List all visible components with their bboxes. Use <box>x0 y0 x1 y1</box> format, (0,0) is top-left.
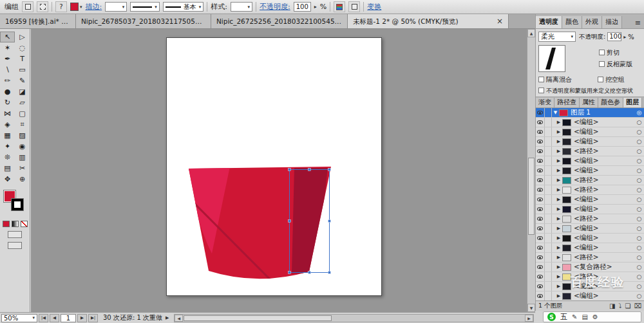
document-tab[interactable]: Nipic_26725256_20180322100545029030.ai* … <box>211 14 348 28</box>
lock-toggle[interactable] <box>545 118 552 127</box>
layer-label[interactable]: <路径> <box>571 253 634 262</box>
horizontal-scroll-thumb[interactable] <box>184 315 332 321</box>
expand-arrow-icon[interactable]: ▶ <box>555 245 562 250</box>
ime-keyboard-icon[interactable]: ▤ <box>582 313 587 320</box>
scroll-left-icon[interactable]: ◀ <box>175 315 183 322</box>
tab-attributes[interactable]: 属性 <box>580 98 598 107</box>
expand-arrow-icon[interactable]: ▶ <box>555 168 562 173</box>
visibility-toggle[interactable] <box>536 166 545 175</box>
layer-row[interactable]: ▶ <编组> ○ <box>536 234 644 243</box>
scroll-up-icon[interactable]: ▲ <box>527 29 535 37</box>
draw-normal-button[interactable] <box>8 231 22 238</box>
target-circle-icon[interactable]: ○ <box>634 177 644 183</box>
expand-arrow-icon[interactable]: ▶ <box>555 197 562 202</box>
target-circle-icon[interactable]: ○ <box>634 138 644 145</box>
layer-row[interactable]: ▶ <编组> ○ <box>536 243 644 253</box>
layer-row[interactable]: ▶ <复合路径> ○ <box>536 263 644 272</box>
stroke-color-well[interactable] <box>12 199 23 210</box>
visibility-toggle[interactable] <box>536 108 545 117</box>
target-circle-icon[interactable]: ○ <box>634 158 644 164</box>
visibility-toggle[interactable] <box>536 234 545 243</box>
layer-row[interactable]: ▶ <路径> ○ <box>536 147 644 156</box>
lock-toggle[interactable] <box>545 127 552 136</box>
layer-row[interactable]: ▶ <编组> ○ <box>536 205 644 214</box>
pencil-tool[interactable]: ✎ <box>15 75 30 86</box>
panel-menu-icon[interactable]: ≡ <box>635 19 644 28</box>
layer-label[interactable]: <路径> <box>571 147 634 156</box>
layer-row[interactable]: ▶ <编组> ○ <box>536 291 644 300</box>
layer-row[interactable]: ▶ <路径> ○ <box>536 176 644 185</box>
layer-label[interactable]: <路径> <box>571 185 634 194</box>
visibility-toggle[interactable] <box>536 263 545 272</box>
horizontal-scrollbar[interactable]: ◀ ▶ <box>174 314 534 322</box>
expand-arrow-icon[interactable]: ▶ <box>555 149 562 154</box>
expand-arrow-icon[interactable]: ▶ <box>555 129 562 134</box>
layer-label[interactable]: <路径> <box>571 214 634 223</box>
target-circle-icon[interactable]: ○ <box>634 293 644 299</box>
pen-tool[interactable]: ✒ <box>0 53 15 64</box>
selection-tool[interactable]: ↖ <box>0 32 15 42</box>
ime-logo-icon[interactable]: S <box>547 313 556 321</box>
lock-toggle[interactable] <box>545 137 552 146</box>
layer-row[interactable]: ▶ <编组> ○ <box>536 156 644 166</box>
stroke-weight-select[interactable]: ▾ <box>105 2 127 12</box>
mesh-tool[interactable]: ▦ <box>0 130 15 141</box>
recolor-artwork-icon[interactable] <box>334 1 345 12</box>
layer-label[interactable]: <路径> <box>571 272 634 281</box>
next-artboard-button[interactable]: ▶ <box>77 314 87 322</box>
visibility-toggle[interactable] <box>536 272 545 281</box>
slice-tool[interactable]: ✂ <box>15 163 30 174</box>
layer-label[interactable]: <编组> <box>571 156 634 165</box>
visibility-toggle[interactable] <box>536 176 545 185</box>
canvas[interactable] <box>31 29 527 312</box>
eyedropper-tool[interactable]: ✦ <box>0 141 15 152</box>
tab-appearance[interactable]: 外观 <box>582 16 602 28</box>
lock-toggle[interactable] <box>545 282 552 291</box>
fill-color-swatch[interactable]: ▾ <box>70 3 82 11</box>
layer-row[interactable]: ▶ <路径> ○ <box>536 253 644 263</box>
status-flyout-icon[interactable]: ▶ <box>166 315 169 320</box>
lock-toggle[interactable] <box>545 185 552 194</box>
document-tab[interactable]: Nipic_26785037_20180321175057703037.ai* … <box>76 14 211 28</box>
layer-row[interactable]: ▶ <编组> ○ <box>536 118 644 127</box>
line-segment-tool[interactable]: ∖ <box>0 64 15 75</box>
expand-arrow-icon[interactable]: ▶ <box>555 255 562 260</box>
scroll-right-icon[interactable]: ▶ <box>525 315 533 322</box>
scroll-down-icon[interactable]: ▼ <box>527 304 535 312</box>
opacity-stepper-icon[interactable]: ▸ <box>314 4 317 10</box>
layer-label[interactable]: <编组> <box>571 282 634 291</box>
opacity-stepper-icon[interactable]: ▸ <box>623 34 626 40</box>
magic-wand-tool[interactable]: ✶ <box>0 42 15 53</box>
brush-definition-select[interactable]: 基本▾ <box>163 2 204 12</box>
isolate-group-icon[interactable] <box>22 1 33 12</box>
lock-toggle[interactable] <box>545 214 552 223</box>
question-icon[interactable]: ? <box>55 1 67 12</box>
visibility-toggle[interactable] <box>536 205 545 214</box>
visibility-toggle[interactable] <box>536 224 545 233</box>
target-circle-icon[interactable]: ○ <box>634 119 644 125</box>
isolate-blending-checkbox[interactable] <box>538 77 544 82</box>
layer-row[interactable]: ▶ <路径> ○ <box>536 185 644 195</box>
artboard-tool[interactable]: ▤ <box>0 163 15 174</box>
layer-label[interactable]: <编组> <box>571 243 634 252</box>
panel-opacity-input[interactable]: 100 <box>607 32 621 41</box>
screen-mode-button[interactable] <box>8 242 22 249</box>
last-artboard-button[interactable]: ▶| <box>88 314 98 322</box>
ime-settings-icon[interactable]: ⚙ <box>592 313 598 320</box>
tab-transparency[interactable]: 透明度 <box>536 16 562 28</box>
expand-arrow-icon[interactable]: ▶ <box>555 284 562 289</box>
layer-row[interactable]: ▶ <编组> ○ <box>536 195 644 205</box>
type-tool[interactable]: T <box>15 53 30 64</box>
layer-label[interactable]: 图层 1 <box>568 108 634 117</box>
layer-row[interactable]: ▶ <编组> ○ <box>536 282 644 291</box>
object-thumbnail[interactable] <box>538 45 565 72</box>
layer-row[interactable]: ▶ <编组> ○ <box>536 166 644 176</box>
bucket-artwork[interactable] <box>186 167 331 282</box>
style-select[interactable]: ▾ <box>231 2 252 12</box>
zoom-select[interactable]: 50%▾ <box>1 314 37 322</box>
rectangle-tool[interactable]: ▭ <box>15 64 30 75</box>
transform-panel-link[interactable]: 变换 <box>367 2 381 12</box>
stroke-panel-link[interactable]: 描边: <box>86 2 102 12</box>
free-transform-tool[interactable]: ▢ <box>15 108 30 119</box>
prev-artboard-button[interactable]: ◀ <box>50 314 59 322</box>
